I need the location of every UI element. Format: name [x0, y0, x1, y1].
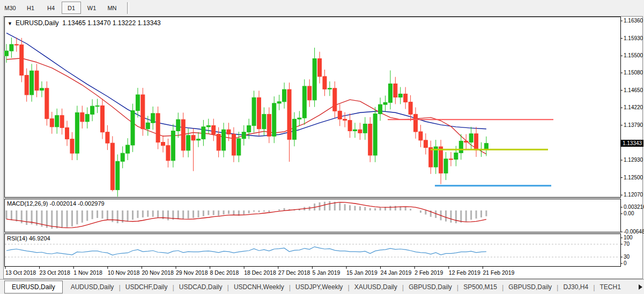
rsi-axis-label: 100 — [624, 235, 633, 240]
timeframe-button-m30[interactable]: M30 — [1, 2, 20, 14]
price-axis-label: 1.14220 — [624, 104, 643, 110]
date-axis-label: 23 Oct 2018 — [40, 269, 70, 276]
macd-axis-label: 0.003216 — [624, 204, 644, 210]
date-axis-label: 8 Dec 2018 — [210, 269, 239, 276]
date-axis-label: 29 Nov 2018 — [176, 269, 208, 276]
price-axis-label: 1.12500 — [624, 175, 643, 180]
price-axis-label: 1.16360 — [624, 18, 643, 24]
chart-tab-usdcad-daily[interactable]: USDCAD,Daily — [174, 281, 227, 293]
timeframe-button-d1[interactable]: D1 — [62, 2, 81, 14]
chart-tab-usdjpy-weekly[interactable]: USDJPY,Weekly — [291, 281, 347, 293]
chart-tab-eurusd-daily[interactable]: EURUSD,Daily — [4, 281, 63, 293]
date-axis-label: 1 Nov 2018 — [73, 269, 102, 276]
rsi-axis-label: 70 — [624, 241, 630, 247]
timeframe-button-h4[interactable]: H4 — [41, 2, 61, 14]
price-axis-label: 1.12070 — [624, 192, 643, 198]
window-bottom-border — [0, 279, 644, 280]
chart-tab-usdcnh-weekly[interactable]: USDCNH,Weekly — [229, 281, 289, 293]
macd-axis-label: 0.00 — [624, 210, 634, 216]
price-axis-label: 1.15080 — [624, 70, 643, 76]
tabs-scroll-right-icon[interactable] — [639, 284, 642, 290]
date-axis-label: 12 Feb 2019 — [449, 269, 480, 276]
macd-indicator-label: MACD(12,26,9) -0.002014 -0.002979 — [7, 200, 105, 207]
date-axis-label: 24 Jan 2019 — [381, 269, 412, 276]
date-axis-label: 2 Feb 2019 — [414, 269, 443, 276]
price-axis-label: 1.14650 — [624, 87, 643, 93]
date-axis-label: 15 Jan 2019 — [346, 269, 377, 276]
toolbar-separator — [127, 2, 129, 14]
timeframe-button-w1[interactable]: W1 — [82, 2, 101, 14]
price-axis-label: 1.13790 — [624, 122, 643, 128]
date-axis-label: 27 Dec 2018 — [278, 269, 310, 276]
chart-tab-audusd-daily[interactable]: AUDUSD,Daily — [66, 281, 119, 293]
date-axis-label: 20 Nov 2018 — [142, 269, 174, 276]
timeframe-button-h1[interactable]: H1 — [21, 2, 40, 14]
symbol-dropdown-icon[interactable]: ▼ — [8, 21, 12, 26]
timeframe-toolbar: M30H1H4D1W1MN — [0, 0, 644, 16]
rsi-axis-label: 30 — [624, 254, 630, 260]
current-price-badge: 1.13343 — [621, 140, 643, 147]
rsi-indicator-label: RSI(14) 46.9204 — [7, 235, 50, 242]
rsi-axis-label: 0 — [624, 260, 627, 266]
chart-symbol-label: EURUSD,Daily — [16, 19, 59, 27]
panel-splitter[interactable] — [4, 198, 621, 199]
panel-splitter[interactable] — [4, 232, 621, 233]
price-axis-label: 1.15500 — [624, 52, 643, 58]
chart-tab-dj30-h4[interactable]: DJ30,H4 — [558, 281, 593, 293]
date-axis-label: 13 Oct 2018 — [5, 269, 36, 276]
rsi-panel[interactable] — [4, 233, 621, 267]
macd-axis-label: -0.006485 — [624, 229, 644, 235]
chart-tab-tech1[interactable]: TECH1 — [595, 281, 626, 293]
chart-tab-usdchf-daily[interactable]: USDCHF,Daily — [121, 281, 173, 293]
date-axis-label: 10 Nov 2018 — [108, 269, 140, 276]
chart-tab-gbpusd-daily[interactable]: GBPUSD,Daily — [404, 281, 457, 293]
chart-tab-xauusd-daily[interactable]: XAUUSD,Daily — [350, 281, 402, 293]
date-axis-label: 18 Dec 2018 — [244, 269, 276, 276]
date-axis-label: 5 Jan 2019 — [312, 269, 340, 276]
date-axis-label: 21 Feb 2019 — [483, 269, 514, 276]
main-chart-panel[interactable] — [4, 17, 621, 198]
price-axis-label: 1.15930 — [624, 35, 643, 41]
chart-ohlc-readout: 1.13465 1.13470 1.13222 1.13343 — [62, 19, 161, 27]
chart-title: ▼EURUSD,Daily 1.13465 1.13470 1.13222 1.… — [8, 19, 161, 27]
chart-tab-gbpusd-daily[interactable]: GBPUSD,Daily — [504, 281, 557, 293]
price-axis-label: 1.12930 — [624, 157, 643, 163]
chart-tab-sp500-m15[interactable]: SP500,M15 — [458, 281, 502, 293]
chart-tabs-bar: EURUSD,DailyAUDUSD,Daily|USDCHF,Daily|US… — [0, 280, 644, 294]
timeframe-button-mn[interactable]: MN — [102, 2, 122, 14]
